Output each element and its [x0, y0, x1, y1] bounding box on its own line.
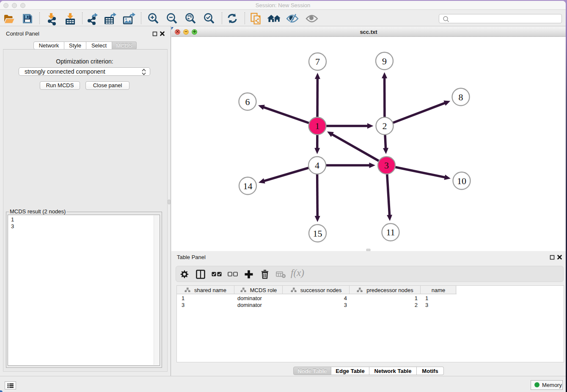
svg-text:4: 4 — [315, 160, 319, 171]
svg-text:9: 9 — [382, 56, 387, 66]
svg-text:2: 2 — [383, 121, 387, 131]
svg-text:1: 1 — [315, 121, 320, 131]
svg-text:6: 6 — [245, 97, 250, 107]
svg-text:10: 10 — [457, 176, 466, 186]
svg-text:14: 14 — [243, 181, 253, 191]
svg-text:3: 3 — [384, 160, 389, 171]
svg-text:11: 11 — [386, 227, 395, 237]
svg-text:7: 7 — [315, 56, 320, 67]
svg-text:15: 15 — [313, 228, 322, 239]
svg-text:8: 8 — [459, 92, 463, 102]
